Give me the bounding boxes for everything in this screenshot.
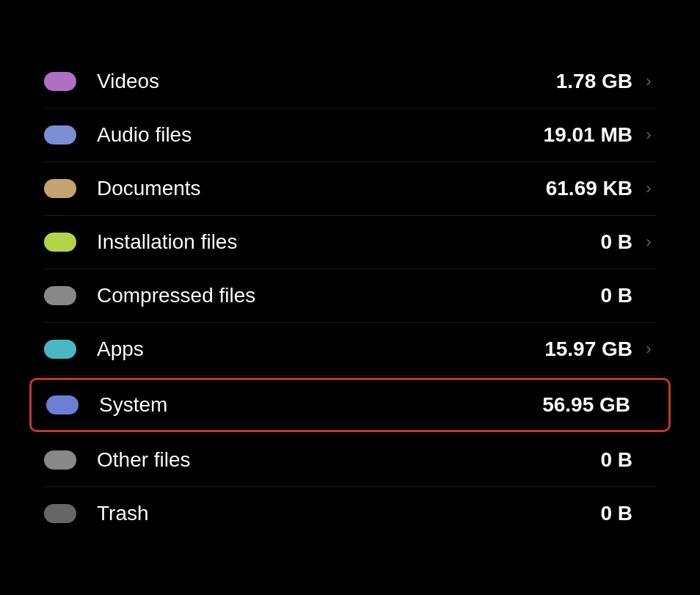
documents-label: Documents <box>97 177 546 200</box>
divider <box>44 376 656 376</box>
trash-icon <box>44 504 76 523</box>
system-label: System <box>99 393 542 417</box>
compressed-files-size: 0 B <box>600 284 632 307</box>
other-files-label: Other files <box>97 448 600 472</box>
apps-icon <box>44 340 76 359</box>
videos-chevron-icon: › <box>641 72 656 91</box>
list-item-installation-files[interactable]: Installation files0 B› <box>29 217 671 267</box>
videos-size: 1.78 GB <box>556 70 632 93</box>
audio-files-size: 19.01 MB <box>544 123 632 147</box>
compressed-files-label: Compressed files <box>97 284 600 307</box>
system-size: 56.95 GB <box>542 393 630 417</box>
list-item-compressed-files: Compressed files0 B› <box>29 271 671 321</box>
audio-files-label: Audio files <box>97 123 544 147</box>
videos-label: Videos <box>97 70 556 93</box>
documents-size: 61.69 KB <box>546 177 632 200</box>
list-item-audio-files[interactable]: Audio files19.01 MB› <box>29 110 671 160</box>
audio-files-chevron-icon: › <box>641 125 656 145</box>
compressed-files-icon <box>44 286 76 305</box>
list-item-apps[interactable]: Apps15.97 GB› <box>29 324 671 374</box>
divider <box>44 269 656 269</box>
other-files-icon <box>44 450 76 470</box>
trash-size: 0 B <box>600 502 632 525</box>
installation-files-icon <box>44 233 76 252</box>
list-item-trash: Trash0 B› <box>29 489 671 539</box>
divider <box>44 161 656 162</box>
trash-label: Trash <box>97 502 600 525</box>
apps-size: 15.97 GB <box>544 337 632 361</box>
list-item-system: System56.95 GB› <box>29 378 671 432</box>
videos-icon <box>44 72 76 91</box>
apps-chevron-icon: › <box>641 340 656 359</box>
installation-files-label: Installation files <box>97 230 600 254</box>
documents-icon <box>44 179 76 198</box>
installation-files-chevron-icon: › <box>641 233 656 252</box>
documents-chevron-icon: › <box>641 179 656 198</box>
divider <box>44 215 656 216</box>
list-item-videos[interactable]: Videos1.78 GB› <box>29 56 671 106</box>
list-item-other-files: Other files0 B› <box>29 435 671 485</box>
apps-label: Apps <box>97 337 544 361</box>
system-icon <box>46 395 79 415</box>
other-files-size: 0 B <box>600 448 632 472</box>
storage-list: Videos1.78 GB›Audio files19.01 MB›Docume… <box>0 0 700 595</box>
divider <box>44 322 656 323</box>
list-item-documents[interactable]: Documents61.69 KB› <box>29 164 671 213</box>
divider <box>44 108 656 109</box>
audio-files-icon <box>44 125 76 145</box>
divider <box>44 486 656 487</box>
installation-files-size: 0 B <box>600 230 632 254</box>
